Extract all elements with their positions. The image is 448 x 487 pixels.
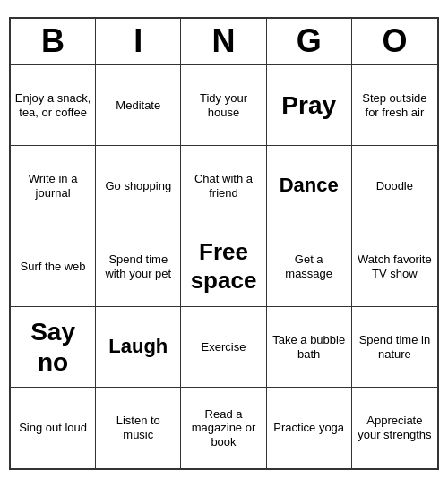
bingo-cell-2: Tidy your house xyxy=(181,65,266,146)
bingo-cell-16: Laugh xyxy=(96,307,181,388)
header-letter-g: G xyxy=(267,19,352,64)
bingo-cell-9: Doodle xyxy=(352,146,437,226)
header-letter-i: I xyxy=(96,19,181,64)
bingo-cell-20: Sing out loud xyxy=(11,388,96,468)
header-letter-o: O xyxy=(352,19,437,64)
header-letter-n: N xyxy=(181,19,266,64)
bingo-cell-11: Spend time with your pet xyxy=(96,226,181,307)
bingo-cell-10: Surf the web xyxy=(11,226,96,307)
bingo-cell-14: Watch favorite TV show xyxy=(352,226,437,307)
bingo-header: BINGO xyxy=(11,19,437,65)
bingo-cell-12: Free space xyxy=(181,226,266,307)
bingo-cell-3: Pray xyxy=(267,65,352,146)
bingo-cell-1: Meditate xyxy=(96,65,181,146)
bingo-cell-6: Go shopping xyxy=(96,146,181,226)
bingo-cell-19: Spend time in nature xyxy=(352,307,437,388)
bingo-cell-22: Read a magazine or book xyxy=(181,388,266,468)
bingo-cell-13: Get a massage xyxy=(267,226,352,307)
bingo-cell-4: Step outside for fresh air xyxy=(352,65,437,146)
bingo-cell-0: Enjoy a snack, tea, or coffee xyxy=(11,65,96,146)
bingo-card: BINGO Enjoy a snack, tea, or coffeeMedit… xyxy=(9,17,439,470)
bingo-cell-23: Practice yoga xyxy=(267,388,352,468)
bingo-cell-15: Say no xyxy=(11,307,96,388)
bingo-cell-17: Exercise xyxy=(181,307,266,388)
bingo-cell-8: Dance xyxy=(267,146,352,226)
bingo-cell-7: Chat with a friend xyxy=(181,146,266,226)
bingo-cell-24: Appreciate your strengths xyxy=(352,388,437,468)
bingo-cell-21: Listen to music xyxy=(96,388,181,468)
bingo-cell-18: Take a bubble bath xyxy=(267,307,352,388)
bingo-grid: Enjoy a snack, tea, or coffeeMeditateTid… xyxy=(11,65,437,468)
header-letter-b: B xyxy=(11,19,96,64)
bingo-cell-5: Write in a journal xyxy=(11,146,96,226)
